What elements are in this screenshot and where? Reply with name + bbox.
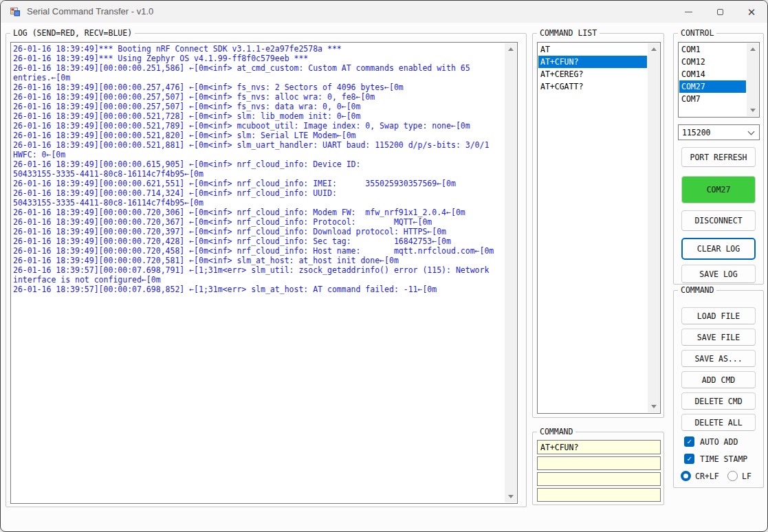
log-line: 26-01-16 18:39:57][00:00:07.698,852] ←[1…	[13, 285, 502, 294]
log-line: 26-01-16 18:39:49][00:00:00.521,789] ←[0…	[13, 121, 502, 131]
arrow-up-icon	[651, 47, 657, 51]
log-output[interactable]: 26-01-16 18:39:49]*** Booting nRF Connec…	[10, 42, 518, 504]
log-line: 26-01-16 18:39:49][00:00:00.251,586] ←[0…	[13, 63, 502, 73]
scroll-up-button[interactable]	[747, 43, 758, 55]
command-panel-group-label: COMMAND	[678, 285, 716, 295]
port-list-items: COM1 COM12 COM14 COM27 COM7	[679, 43, 746, 105]
maximize-button[interactable]	[704, 1, 736, 23]
log-group: LOG (SEND=RED, RECV=BLUE) 26-01-16 18:39…	[6, 33, 527, 507]
add-cmd-button[interactable]: ADD CMD	[681, 371, 756, 388]
save-log-button[interactable]: SAVE LOG	[681, 265, 756, 283]
time-stamp-checkbox[interactable]: ✓ TIME STAMP	[684, 454, 747, 464]
arrow-down-icon	[508, 495, 514, 498]
log-line: 50433155-3335-4411-80c8-16114c7f4b95←[0m	[13, 169, 502, 179]
radio-selected-icon	[681, 471, 691, 481]
checkbox-checked-icon: ✓	[684, 454, 694, 464]
command-list-scrollbar[interactable]	[648, 43, 659, 412]
chevron-down-icon	[748, 129, 755, 135]
app-icon	[10, 6, 21, 17]
auto-add-checkbox[interactable]: ✓ AUTO ADD	[684, 436, 738, 447]
port-refresh-button[interactable]: PORT REFRESH	[681, 147, 756, 167]
port-list-item[interactable]: COM14	[679, 68, 746, 80]
lf-label: LF	[742, 472, 751, 481]
port-list-item[interactable]: COM7	[679, 93, 746, 105]
command-input-1[interactable]	[537, 440, 661, 454]
clear-log-button[interactable]: CLEAR LOG	[681, 238, 756, 260]
port-list-item[interactable]: COM12	[679, 56, 746, 68]
command-list-item[interactable]: AT+CGATT?	[538, 80, 647, 93]
minimize-button[interactable]	[672, 1, 704, 23]
close-icon: ✕	[747, 7, 756, 17]
log-line: 26-01-16 18:39:57][00:00:07.698,791] ←[1…	[13, 265, 502, 275]
port-list-scrollbar[interactable]	[747, 43, 758, 116]
port-list-item[interactable]: COM1	[679, 43, 746, 56]
scroll-down-button[interactable]	[747, 104, 758, 116]
log-line: 26-01-16 18:39:49][00:00:00.521,728] ←[0…	[13, 111, 502, 121]
radio-unselected-icon	[727, 471, 738, 481]
load-file-button[interactable]: LOAD FILE	[681, 307, 756, 324]
time-stamp-label: TIME STAMP	[700, 454, 747, 464]
command-input-3[interactable]	[537, 472, 661, 486]
scroll-down-button[interactable]	[648, 401, 659, 412]
command-entry-group-label: COMMAND	[537, 427, 575, 436]
log-line: 26-01-16 18:39:49][00:00:00.257,507] ←[0…	[13, 92, 502, 102]
log-line: 26-01-16 18:39:49][00:00:00.720,306] ←[0…	[13, 208, 502, 217]
app-window: Serial Command Transfer - v1.0 ✕ LOG (SE…	[0, 0, 768, 532]
log-scrollbar[interactable]	[505, 43, 516, 502]
control-group: CONTROL COM1 COM12 COM14 COM27 COM7 1152…	[673, 33, 764, 285]
scroll-up-button[interactable]	[505, 43, 516, 55]
baud-rate-value: 115200	[682, 128, 711, 137]
scroll-down-button[interactable]	[505, 491, 516, 502]
window-title: Serial Command Transfer - v1.0	[27, 6, 153, 16]
command-input-4[interactable]	[537, 488, 661, 502]
arrow-up-icon	[750, 47, 756, 51]
lf-radio[interactable]: LF	[727, 471, 751, 481]
delete-all-button[interactable]: DELETE ALL	[681, 414, 756, 431]
port-listbox[interactable]: COM1 COM12 COM14 COM27 COM7	[678, 42, 760, 118]
log-line: HWFC: 0←[0m	[13, 150, 502, 159]
maximize-icon	[717, 9, 723, 15]
crlf-label: CR+LF	[695, 472, 719, 481]
disconnect-button[interactable]: DISCONNECT	[681, 210, 756, 231]
close-button[interactable]: ✕	[736, 1, 767, 23]
log-text: 26-01-16 18:39:49]*** Booting nRF Connec…	[13, 44, 502, 294]
log-line: interface is not configured←[0m	[13, 275, 502, 285]
log-line: 26-01-16 18:39:49][00:00:00.720,367] ←[0…	[13, 217, 502, 227]
command-panel-group: COMMAND LOAD FILE SAVE FILE SAVE AS... A…	[673, 290, 764, 488]
log-line: 26-01-16 18:39:49][00:00:00.720,397] ←[0…	[13, 227, 502, 236]
command-input-2[interactable]	[537, 456, 661, 470]
title-bar[interactable]: Serial Command Transfer - v1.0 ✕	[1, 1, 767, 23]
crlf-radio[interactable]: CR+LF	[681, 471, 719, 481]
save-as-button[interactable]: SAVE AS...	[681, 350, 756, 367]
log-line: 26-01-16 18:39:49][00:00:00.720,581] ←[0…	[13, 256, 502, 265]
command-entry-group: COMMAND	[532, 432, 664, 505]
arrow-down-icon	[750, 109, 756, 112]
log-line: 50433155-3335-4411-80c8-16114c7f4b95←[0m	[13, 198, 502, 208]
arrow-up-icon	[508, 47, 514, 51]
control-group-label: CONTROL	[678, 28, 716, 38]
log-line: 26-01-16 18:39:49][00:00:00.521,881] ←[0…	[13, 140, 502, 150]
log-line: 26-01-16 18:39:49][00:00:00.714,324] ←[0…	[13, 188, 502, 198]
auto-add-label: AUTO ADD	[700, 437, 738, 447]
log-line: entries.←[0m	[13, 73, 502, 82]
log-line: 26-01-16 18:39:49]*** Booting nRF Connec…	[13, 44, 502, 54]
log-line: 26-01-16 18:39:49]*** Using Zephyr OS v4…	[13, 54, 502, 63]
log-line: 26-01-16 18:39:49][00:00:00.621,551] ←[0…	[13, 179, 502, 188]
command-list-item-selected[interactable]: AT+CFUN?	[538, 56, 647, 68]
port-list-item-selected[interactable]: COM27	[679, 80, 746, 93]
log-line: 26-01-16 18:39:49][00:00:00.720,428] ←[0…	[13, 236, 502, 246]
command-list-item[interactable]: AT	[538, 43, 647, 56]
scroll-up-button[interactable]	[648, 43, 659, 55]
minimize-icon	[685, 12, 692, 12]
command-list-group: COMMAND LIST AT AT+CFUN? AT+CEREG? AT+CG…	[532, 33, 664, 418]
log-line: 26-01-16 18:39:49][00:00:00.615,905] ←[0…	[13, 159, 502, 169]
connected-port-button[interactable]: COM27	[681, 176, 756, 203]
delete-cmd-button[interactable]: DELETE CMD	[681, 392, 756, 410]
log-line: 26-01-16 18:39:49][00:00:00.720,458] ←[0…	[13, 246, 502, 256]
baud-rate-select[interactable]: 115200	[678, 124, 760, 140]
arrow-down-icon	[651, 405, 657, 408]
command-list-item[interactable]: AT+CEREG?	[538, 68, 647, 80]
log-line: 26-01-16 18:39:49][00:00:00.257,507] ←[0…	[13, 102, 502, 111]
command-listbox[interactable]: AT AT+CFUN? AT+CEREG? AT+CGATT?	[537, 42, 661, 414]
save-file-button[interactable]: SAVE FILE	[681, 329, 756, 346]
